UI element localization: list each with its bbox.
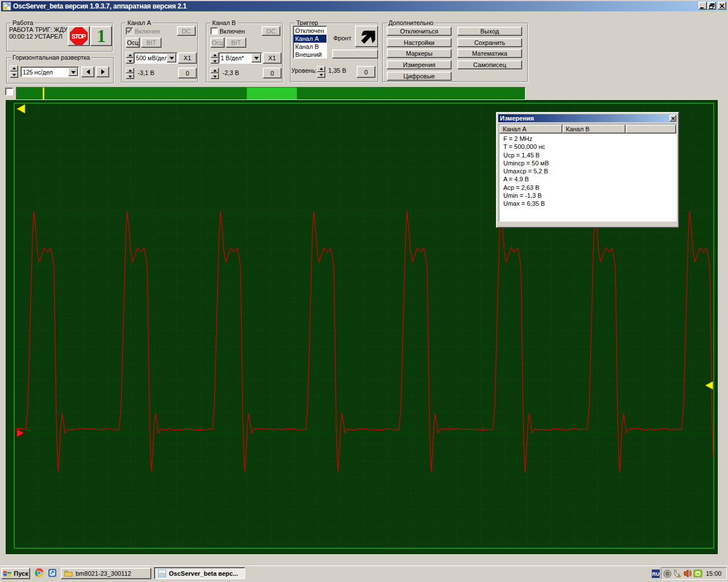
svg-text:STOP: STOP	[72, 33, 86, 40]
